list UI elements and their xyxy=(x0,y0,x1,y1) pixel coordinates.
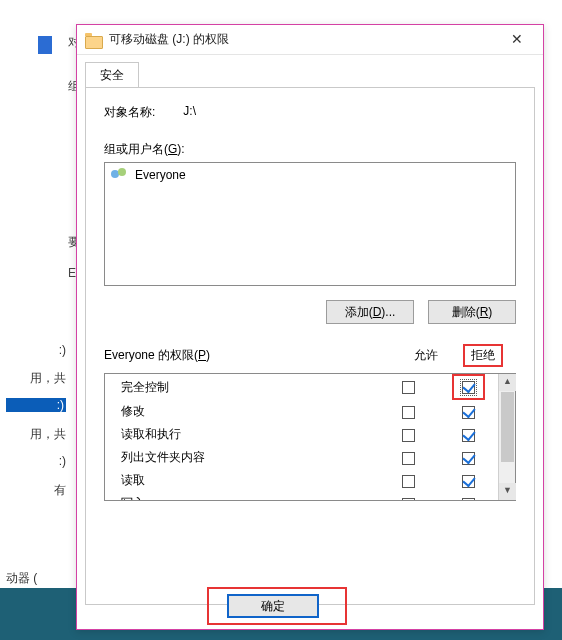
allow-checkbox[interactable] xyxy=(402,452,415,465)
allow-checkbox[interactable] xyxy=(402,381,415,394)
deny-checkbox[interactable] xyxy=(462,498,475,500)
titlebar[interactable]: 可移动磁盘 (J:) 的权限 ✕ xyxy=(77,25,543,55)
permission-row: 读取 xyxy=(105,469,498,492)
user-list-item[interactable]: Everyone xyxy=(109,167,511,183)
allow-checkbox[interactable] xyxy=(402,406,415,419)
tab-security[interactable]: 安全 xyxy=(85,62,139,88)
allow-checkbox[interactable] xyxy=(402,475,415,488)
bg-row: 用，共 xyxy=(6,426,66,443)
deny-checkbox[interactable] xyxy=(462,475,475,488)
permission-name: 修改 xyxy=(105,400,378,423)
bg-drive-label: 动器 ( xyxy=(6,570,37,587)
add-button[interactable]: 添加(D)... xyxy=(326,300,414,324)
bg-row: :) xyxy=(6,398,66,412)
user-list[interactable]: Everyone xyxy=(104,162,516,286)
bg-icon xyxy=(38,36,52,54)
scroll-up-icon[interactable]: ▲ xyxy=(499,374,516,391)
permission-name: 读取 xyxy=(105,469,378,492)
object-name-label: 对象名称: xyxy=(104,104,155,121)
permissions-dialog: 可移动磁盘 (J:) 的权限 ✕ 安全 对象名称: J:\ 组或用户名(G): … xyxy=(76,24,544,630)
permission-row: 完全控制 xyxy=(105,374,498,400)
permission-name: 完全控制 xyxy=(105,374,378,400)
permission-row: 读取和执行 xyxy=(105,423,498,446)
column-deny: 拒绝 xyxy=(456,344,516,367)
deny-checkbox[interactable] xyxy=(462,381,475,394)
permission-row: 修改 xyxy=(105,400,498,423)
permission-name: 读取和执行 xyxy=(105,423,378,446)
scroll-down-icon[interactable]: ▼ xyxy=(499,483,516,500)
deny-checkbox[interactable] xyxy=(462,452,475,465)
ok-button[interactable]: 确定 xyxy=(227,594,319,618)
bg-row: 用，共 xyxy=(6,370,66,387)
bg-row: 有 xyxy=(6,482,66,499)
bg-row: :) xyxy=(6,454,66,468)
remove-button[interactable]: 删除(R) xyxy=(428,300,516,324)
group-icon xyxy=(111,168,129,182)
close-button[interactable]: ✕ xyxy=(499,29,535,51)
tabstrip: 安全 xyxy=(77,55,543,87)
window-title: 可移动磁盘 (J:) 的权限 xyxy=(109,31,499,48)
user-name: Everyone xyxy=(135,168,186,182)
bg-partial-text: E xyxy=(68,266,76,280)
scrollbar[interactable]: ▲ ▼ xyxy=(498,374,515,500)
deny-checkbox[interactable] xyxy=(462,406,475,419)
highlight-deny-cell xyxy=(452,374,485,400)
permission-name: 列出文件夹内容 xyxy=(105,446,378,469)
object-name-value: J:\ xyxy=(183,104,196,121)
group-users-label: 组或用户名(G): xyxy=(104,141,516,158)
permissions-title: Everyone 的权限(P) xyxy=(104,347,396,364)
column-allow: 允许 xyxy=(396,347,456,364)
permission-row: 写入 xyxy=(105,492,498,500)
deny-checkbox[interactable] xyxy=(462,429,475,442)
bg-row: :) xyxy=(6,343,66,357)
dialog-footer: 确定 xyxy=(77,583,543,629)
scroll-thumb[interactable] xyxy=(501,392,514,462)
folder-icon xyxy=(85,33,101,47)
permission-name: 写入 xyxy=(105,492,378,500)
permissions-list: 完全控制修改读取和执行列出文件夹内容读取写入 ▲ ▼ xyxy=(104,373,516,501)
tab-body: 对象名称: J:\ 组或用户名(G): Everyone 添加(D)... 删除… xyxy=(85,87,535,605)
permission-row: 列出文件夹内容 xyxy=(105,446,498,469)
permissions-header: Everyone 的权限(P) 允许 拒绝 xyxy=(104,344,516,367)
allow-checkbox[interactable] xyxy=(402,498,415,500)
allow-checkbox[interactable] xyxy=(402,429,415,442)
